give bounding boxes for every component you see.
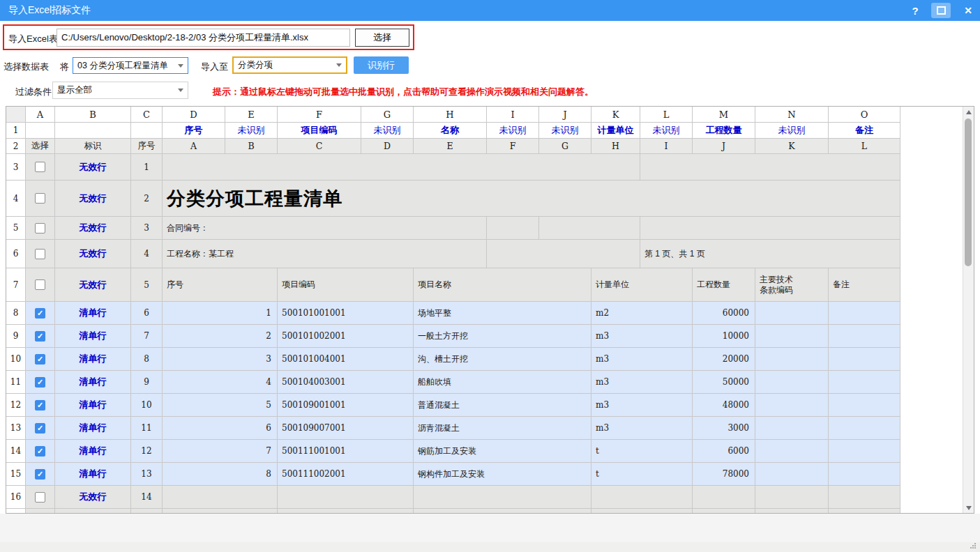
grid-cell[interactable]: 备注 — [829, 268, 900, 302]
row-flag-cell[interactable]: 无效行 — [55, 268, 131, 302]
grid-cell[interactable]: 2 — [163, 325, 278, 348]
row-flag-cell[interactable]: 无效行 — [55, 181, 131, 217]
row-number-cell[interactable]: 14 — [6, 440, 26, 463]
row-number-cell[interactable]: 6 — [6, 240, 26, 268]
column-letter-cell[interactable]: F — [278, 107, 361, 123]
row-flag-cell[interactable]: 清单行 — [55, 325, 131, 348]
row-flag-cell[interactable]: 清单行 — [55, 417, 131, 440]
mapping-header-cell[interactable]: 备注 — [829, 123, 900, 139]
grid-cell[interactable]: 60000 — [693, 302, 755, 325]
row-checkbox[interactable] — [35, 331, 45, 342]
grid-cell[interactable]: 500109007001 — [278, 417, 414, 440]
row-flag-cell[interactable]: 清单行 — [55, 371, 131, 394]
mapping-header-cell[interactable] — [131, 123, 163, 139]
row-checkbox[interactable] — [35, 423, 45, 434]
grid-cell[interactable] — [693, 486, 755, 509]
vertical-scrollbar[interactable] — [963, 107, 974, 513]
grid-cell[interactable] — [755, 325, 829, 348]
grid-cell[interactable]: 3 — [163, 348, 278, 371]
row-flag-cell[interactable]: 清单行 — [55, 463, 131, 486]
scrollbar-down-arrow[interactable] — [963, 503, 974, 513]
grid-cell[interactable] — [640, 217, 900, 240]
grid-cell[interactable]: 500101002001 — [278, 325, 414, 348]
row-flag-cell[interactable]: 无效行 — [55, 486, 131, 509]
mapping-header-cell[interactable]: 未识别 — [225, 123, 278, 139]
row-checkbox[interactable] — [35, 377, 45, 388]
grid-cell[interactable] — [829, 486, 900, 509]
grid-cell[interactable]: 主要技术 条款编码 — [755, 268, 829, 302]
mapping-header-cell[interactable] — [26, 123, 55, 139]
sheet-select[interactable]: 03 分类分项工程量清单 — [73, 57, 188, 74]
mapping-header-cell[interactable]: 项目编码 — [278, 123, 361, 139]
grid-cell[interactable]: 沥青混凝土 — [414, 417, 591, 440]
grid-cell[interactable] — [487, 240, 640, 268]
grid-cell[interactable] — [829, 371, 900, 394]
grid-cell[interactable]: 沟、槽土开挖 — [414, 348, 591, 371]
grid-cell[interactable]: 500111002001 — [278, 463, 414, 486]
row-flag-cell[interactable]: 清单行 — [55, 440, 131, 463]
row-number-cell[interactable]: 12 — [6, 394, 26, 417]
grid-cell[interactable]: m3 — [591, 325, 693, 348]
row-flag-cell[interactable]: 无效行 — [55, 217, 131, 240]
row-checkbox[interactable] — [35, 308, 45, 319]
row-number-cell[interactable]: 7 — [6, 268, 26, 302]
column-letter-cell[interactable]: L — [640, 107, 693, 123]
help-icon[interactable]: ? — [905, 5, 926, 17]
grid-cell[interactable] — [755, 440, 829, 463]
column-letter-cell[interactable]: J — [539, 107, 591, 123]
grid-cell[interactable]: 工程名称：某工程 — [163, 240, 487, 268]
column-letter-cell[interactable]: D — [163, 107, 225, 123]
grid-cell[interactable]: 500101004001 — [278, 348, 414, 371]
row-number-cell[interactable]: 3 — [6, 154, 26, 181]
grid-cell[interactable]: 3000 — [693, 417, 755, 440]
row-number-cell[interactable]: 15 — [6, 463, 26, 486]
row-flag-cell[interactable]: 清单行 — [55, 302, 131, 325]
excel-path-input[interactable] — [56, 29, 350, 47]
grid-cell[interactable]: 合同编号： — [163, 217, 487, 240]
row-seq-cell[interactable]: 5 — [131, 268, 163, 302]
grid-cell[interactable] — [591, 486, 693, 509]
row-seq-cell[interactable]: 12 — [131, 440, 163, 463]
scrollbar-track[interactable] — [963, 117, 974, 503]
mapping-header-cell[interactable]: 未识别 — [361, 123, 414, 139]
grid-cell[interactable]: 工程数量 — [693, 268, 755, 302]
scrollbar-up-arrow[interactable] — [963, 107, 974, 117]
row-seq-cell[interactable]: 9 — [131, 371, 163, 394]
column-letter-cell[interactable]: B — [55, 107, 131, 123]
row-number-cell[interactable]: 10 — [6, 348, 26, 371]
grid-cell[interactable]: 计量单位 — [591, 268, 693, 302]
import-target-select[interactable]: 分类分项 — [232, 56, 347, 74]
column-letter-cell[interactable]: A — [26, 107, 55, 123]
row-seq-cell[interactable]: 14 — [131, 486, 163, 509]
row-seq-cell[interactable]: 10 — [131, 394, 163, 417]
grid-cell[interactable]: m2 — [591, 302, 693, 325]
grid-cell[interactable]: 500101001001 — [278, 302, 414, 325]
choose-file-button[interactable]: 选择 — [355, 29, 409, 47]
row-number-cell[interactable]: 9 — [6, 325, 26, 348]
grid-cell[interactable]: 4 — [163, 371, 278, 394]
row-checkbox[interactable] — [35, 400, 45, 411]
row-checkbox[interactable] — [35, 354, 45, 365]
mapping-header-cell[interactable]: 名称 — [414, 123, 487, 139]
row-number-cell[interactable]: 1 — [6, 123, 26, 139]
row-number-cell[interactable]: 2 — [6, 139, 26, 154]
grid-cell[interactable] — [755, 302, 829, 325]
grid-cell[interactable] — [163, 154, 640, 181]
row-checkbox[interactable] — [35, 162, 45, 172]
grid-cell[interactable]: 场地平整 — [414, 302, 591, 325]
grid-cell[interactable]: 钢构件加工及安装 — [414, 463, 591, 486]
grid-cell[interactable]: 项目名称 — [414, 268, 591, 302]
grid-cell[interactable]: m3 — [591, 394, 693, 417]
mapping-header-cell[interactable]: 序号 — [163, 123, 225, 139]
row-seq-cell[interactable]: 8 — [131, 348, 163, 371]
grid-cell[interactable]: 50000 — [693, 371, 755, 394]
grid-cell[interactable] — [414, 486, 591, 509]
row-checkbox[interactable] — [35, 279, 45, 290]
grid-cell[interactable]: 500111001001 — [278, 440, 414, 463]
recognize-rows-button[interactable]: 识别行 — [354, 56, 409, 74]
grid-cell[interactable]: 500109001001 — [278, 394, 414, 417]
grid-cell[interactable] — [487, 217, 539, 240]
close-icon[interactable]: ✕ — [956, 5, 980, 16]
mapping-header-cell[interactable] — [55, 123, 131, 139]
mapping-header-cell[interactable]: 未识别 — [755, 123, 829, 139]
